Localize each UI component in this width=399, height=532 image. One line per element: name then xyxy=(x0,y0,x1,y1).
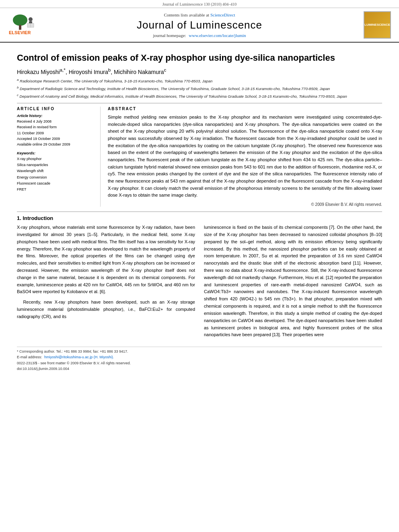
footer-issn: 0022-2313/$ - see front matter © 2009 El… xyxy=(17,361,382,366)
intro-col-left: X-ray phosphors, whose materials emit so… xyxy=(17,224,195,339)
elsevier-logo-svg: ELSEVIER xyxy=(8,12,44,36)
main-content: Control of emission peaks of X-ray phosp… xyxy=(0,43,399,343)
keyword-6: FRET xyxy=(17,187,95,193)
received-date: Received 4 July 2008 xyxy=(17,119,95,124)
affiliation-a: a Radioisotope Research Center, The Univ… xyxy=(17,78,382,84)
sciencedirect-link[interactable]: ScienceDirect xyxy=(210,12,235,17)
keyword-4: Energy conversion xyxy=(17,175,95,181)
intro-col-right: luminescence is fixed on the basis of it… xyxy=(204,224,382,339)
affiliation-b: b Department of Radiologic Science and T… xyxy=(17,85,382,92)
affiliations: a Radioisotope Research Center, The Univ… xyxy=(17,78,382,100)
journal-header: ELSEVIER Contents lists available at Sci… xyxy=(0,8,399,43)
available-online: Available online 29 October 2009 xyxy=(17,142,95,147)
section-introduction: 1. Introduction X-ray phosphors, whose m… xyxy=(17,215,382,339)
article-title: Control of emission peaks of X-ray phosp… xyxy=(17,52,382,64)
accepted-date: Accepted 19 October 2009 xyxy=(17,136,95,142)
journal-meta-text: Journal of Luminescence 130 (2010) 404–4… xyxy=(162,2,237,6)
keywords-label: Keywords: xyxy=(17,151,95,155)
section-1-body: X-ray phosphors, whose materials emit so… xyxy=(17,224,382,339)
homepage-url[interactable]: www.elsevier.com/locate/jlumin xyxy=(189,33,246,38)
intro-para-1: X-ray phosphors, whose materials emit so… xyxy=(17,224,195,296)
luminescence-badge: LUMINESCENCE xyxy=(364,11,391,39)
article-info-abstract-row: ARTICLE INFO Article history: Received 4… xyxy=(17,107,382,207)
svg-point-3 xyxy=(29,17,33,21)
journal-header-meta: Journal of Luminescence 130 (2010) 404–4… xyxy=(0,0,399,8)
footer-corresponding: * Corresponding author. Tel.: +81 886 33… xyxy=(17,349,382,355)
abstract-col: ABSTRACT Simple method yielding new emis… xyxy=(108,107,382,207)
badge-text: LUMINESCENCE xyxy=(364,23,390,27)
article-info-col: ARTICLE INFO Article history: Received 4… xyxy=(17,107,101,207)
history-label: Article history: xyxy=(17,114,95,118)
journal-badge-area: LUMINESCENCE xyxy=(351,11,391,39)
section-1-title: 1. Introduction xyxy=(17,215,382,221)
contents-text: Contents lists available at xyxy=(164,12,209,17)
article-history-section: Article history: Received 4 July 2008 Re… xyxy=(17,114,95,148)
footer-email-line: E-mail address: hmiyoshi@ritokushima-u.a… xyxy=(17,355,382,360)
intro-para-2: Recently, new X-ray phosphors have been … xyxy=(17,299,195,320)
copyright-line: © 2009 Elsevier B.V. All rights reserved… xyxy=(108,202,382,207)
email-label: E-mail address: xyxy=(17,355,42,359)
homepage-label: journal homepage: xyxy=(153,33,186,38)
footer-doi: doi:10.1016/j.jlumin.2009.10.004 xyxy=(17,366,382,372)
abstract-title: ABSTRACT xyxy=(108,107,382,111)
page-footer: * Corresponding author. Tel.: +81 886 33… xyxy=(17,347,382,372)
intro-para-right: luminescence is fixed on the basis of it… xyxy=(204,224,382,339)
divider-2 xyxy=(17,212,382,212)
journal-title-area: Contents lists available at ScienceDirec… xyxy=(48,12,351,38)
author-miyoshi: Hirokazu Miyoshi xyxy=(17,68,60,75)
email-address: hmiyoshi@ritokushima-u.ac.jp (H. Miyoshi… xyxy=(44,355,114,359)
article-info-title: ARTICLE INFO xyxy=(17,107,95,111)
keyword-5: Fluorescent cascade xyxy=(17,181,95,187)
svg-point-1 xyxy=(13,14,27,26)
author-nakamura: Michihiro Nakamura xyxy=(114,68,164,75)
contents-available: Contents lists available at ScienceDirec… xyxy=(48,12,351,17)
journal-homepage-line: journal homepage: www.elsevier.com/locat… xyxy=(48,33,351,38)
journal-main-title: Journal of Luminescence xyxy=(48,19,351,31)
received-revised-date: 11 October 2009 xyxy=(17,130,95,136)
author-imura: Hiroyoshi Imura xyxy=(69,68,108,75)
svg-rect-2 xyxy=(19,25,21,30)
divider-1 xyxy=(17,103,382,103)
elsevier-logo-area: ELSEVIER xyxy=(8,12,48,38)
authors-line: Hirokazu Miyoshia,*, Hiroyoshi Imurab, M… xyxy=(17,67,382,75)
keywords-section: Keywords: X-ray phosphor Silica nanopart… xyxy=(17,151,95,193)
keyword-1: X-ray phosphor xyxy=(17,156,95,162)
abstract-text: Simple method yielding new emission peak… xyxy=(108,114,382,199)
affiliation-c: c Department of Anatomy and Cell Biology… xyxy=(17,93,382,100)
received-revised-label: Received in revised form xyxy=(17,124,95,130)
svg-text:ELSEVIER: ELSEVIER xyxy=(9,30,31,35)
keyword-3: Wavelength shift xyxy=(17,168,95,174)
keyword-2: Silica nanoparticles xyxy=(17,162,95,168)
